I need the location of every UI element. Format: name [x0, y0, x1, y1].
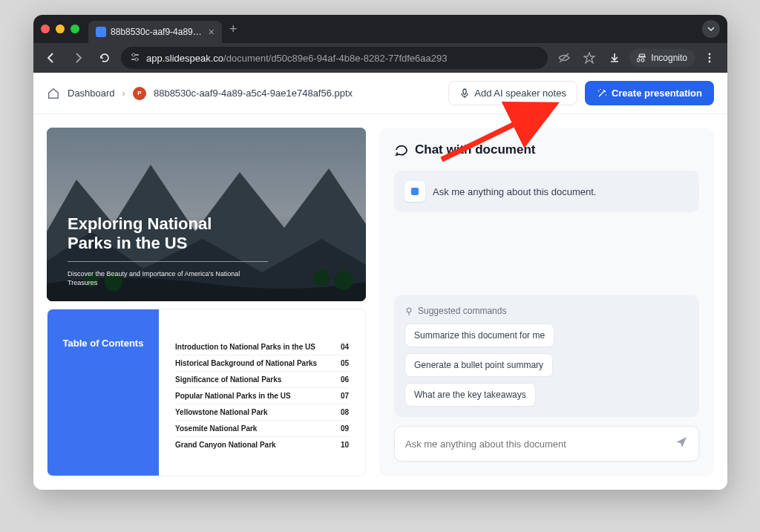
download-icon[interactable]	[604, 47, 625, 68]
chat-input-box[interactable]	[394, 426, 699, 462]
page-content: Dashboard › P 88b8530c-aaf9-4a89-a5c4-9a…	[33, 73, 727, 490]
eye-off-icon[interactable]	[554, 47, 574, 68]
svg-point-2	[132, 53, 135, 56]
url-text: app.slidespeak.co/document/d50c89e6-94af…	[146, 53, 447, 64]
bot-avatar-icon	[404, 181, 425, 202]
svg-point-3	[135, 58, 138, 61]
toc-row: Yellowstone National Park08	[175, 404, 349, 421]
home-icon	[47, 87, 60, 100]
site-settings-icon[interactable]	[130, 52, 140, 65]
address-bar: app.slidespeak.co/document/d50c89e6-94af…	[33, 43, 727, 73]
send-button[interactable]	[675, 436, 688, 452]
svg-rect-14	[411, 188, 419, 195]
add-speaker-notes-button[interactable]: Add AI speaker notes	[448, 81, 577, 105]
suggestion-chip[interactable]: Summarize this document for me	[404, 324, 554, 347]
powerpoint-icon: P	[133, 87, 146, 100]
microphone-icon	[459, 88, 470, 99]
chat-input[interactable]	[405, 439, 675, 450]
incognito-label: Incognito	[651, 53, 687, 63]
suggestion-chip[interactable]: What are the key takeaways	[404, 383, 536, 407]
tab-bar: 88b8530c-aaf9-4a89-a5c4 × +	[33, 15, 727, 43]
greeting-text: Ask me anything about this document.	[433, 186, 596, 197]
favicon-icon	[96, 27, 106, 37]
toc-row: Grand Canyon National Park10	[175, 437, 349, 453]
minimize-window-button[interactable]	[56, 24, 65, 33]
bookmark-icon[interactable]	[579, 47, 600, 68]
create-presentation-button[interactable]: Create presentation	[585, 81, 714, 105]
suggested-commands: Suggested commands Summarize this docume…	[394, 295, 699, 417]
suggestion-chip[interactable]: Generate a bullet point summary	[404, 353, 553, 377]
toc-row: Significance of National Parks06	[175, 372, 349, 388]
browser-window: 88b8530c-aaf9-4a89-a5c4 × + app.slidespe…	[33, 15, 727, 490]
svg-point-5	[709, 53, 711, 56]
assistant-message: Ask me anything about this document.	[394, 171, 699, 212]
toc-list: Introduction to National Parks in the US…	[159, 309, 365, 476]
dashboard-link[interactable]: Dashboard	[68, 88, 115, 99]
incognito-icon	[637, 53, 647, 63]
toc-title: Table of Contents	[63, 338, 144, 476]
chat-title: Chat with document	[394, 142, 699, 157]
svg-rect-8	[463, 89, 466, 94]
slide-thumbnail-1[interactable]: Exploring NationalParks in the US Discov…	[47, 128, 366, 301]
chat-panel: Chat with document Ask me anything about…	[379, 128, 714, 476]
send-icon	[675, 436, 688, 449]
back-button[interactable]	[41, 47, 62, 68]
toc-row: Popular National Parks in the US07	[175, 388, 349, 404]
maximize-window-button[interactable]	[71, 24, 79, 33]
slides-panel: Exploring NationalParks in the US Discov…	[47, 128, 366, 476]
window-controls[interactable]	[41, 24, 79, 33]
toc-sidebar: Table of Contents	[48, 309, 159, 476]
toc-row: Introduction to National Parks in the US…	[175, 339, 349, 355]
chat-icon	[394, 142, 409, 157]
url-input[interactable]: app.slidespeak.co/document/d50c89e6-94af…	[121, 47, 548, 69]
chevron-down-icon	[707, 25, 715, 33]
menu-icon[interactable]	[699, 47, 720, 68]
reload-icon	[99, 52, 111, 64]
toc-row: Yosemite National Park09	[175, 421, 349, 437]
close-window-button[interactable]	[41, 24, 50, 33]
reload-button[interactable]	[94, 47, 115, 68]
breadcrumb-separator: ›	[122, 88, 125, 99]
forward-button[interactable]	[68, 47, 88, 68]
filename-label: 88b8530c-aaf9-4a89-a5c4-9ae1e748af56.ppt…	[154, 88, 353, 99]
slide1-subtitle: Discover the Beauty and Importance of Am…	[68, 269, 268, 288]
incognito-badge[interactable]: Incognito	[629, 49, 695, 67]
tabs-dropdown-button[interactable]	[702, 20, 720, 38]
toc-row: Historical Background of National Parks0…	[175, 355, 349, 372]
app-header: Dashboard › P 88b8530c-aaf9-4a89-a5c4-9a…	[33, 73, 727, 114]
suggested-label: Suggested commands	[404, 306, 689, 316]
main-area: Exploring NationalParks in the US Discov…	[33, 114, 727, 490]
close-tab-icon[interactable]: ×	[209, 27, 214, 37]
arrow-right-icon	[72, 52, 84, 64]
svg-point-6	[709, 57, 711, 59]
svg-point-7	[709, 61, 711, 63]
tab-title: 88b8530c-aaf9-4a89-a5c4	[111, 27, 204, 37]
magic-wand-icon	[597, 88, 607, 99]
browser-tab[interactable]: 88b8530c-aaf9-4a89-a5c4 ×	[88, 21, 222, 43]
arrow-left-icon	[45, 52, 57, 64]
svg-point-15	[407, 308, 411, 312]
lightbulb-icon	[404, 306, 413, 315]
slide1-title: Exploring NationalParks in the US	[68, 214, 345, 254]
new-tab-button[interactable]: +	[229, 22, 238, 37]
slide-thumbnail-2[interactable]: Table of Contents Introduction to Nation…	[47, 309, 366, 476]
